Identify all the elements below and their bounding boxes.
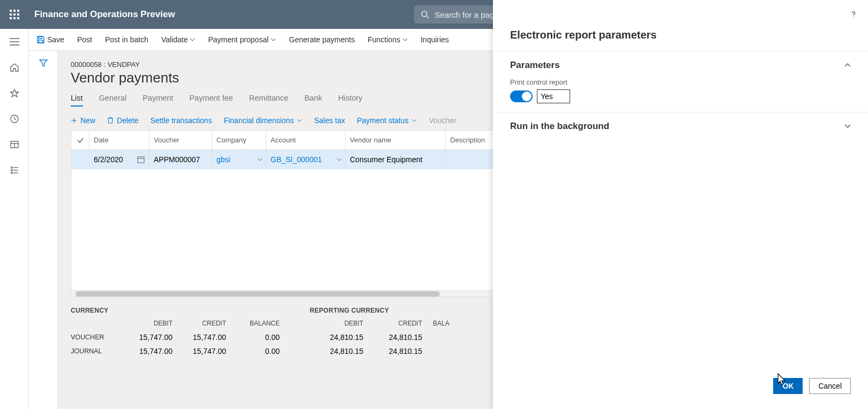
svg-line-1	[426, 16, 429, 18]
svg-point-22	[853, 17, 854, 17]
section-background-header[interactable]: Run in the background	[510, 121, 851, 132]
th-r-credit: CREDIT	[369, 320, 428, 327]
post-button[interactable]: Post	[77, 35, 92, 44]
search-icon	[421, 10, 429, 19]
reporting-title: REPORTING CURRENCY	[310, 307, 465, 314]
help-icon[interactable]	[849, 10, 858, 19]
modules-icon[interactable]	[8, 164, 21, 177]
validate-label: Validate	[161, 35, 188, 44]
cell-date-value: 6/2/2020	[94, 155, 123, 164]
settle-button[interactable]: Settle transactions	[150, 116, 212, 125]
trash-icon	[107, 117, 114, 124]
favorites-icon[interactable]	[8, 87, 21, 100]
print-control-value[interactable]: Yes	[537, 89, 570, 103]
cell-voucher[interactable]: APPM000007	[149, 150, 212, 169]
delete-button[interactable]: Delete	[107, 116, 138, 125]
inquiries-button[interactable]: Inquiries	[421, 35, 449, 44]
recent-icon[interactable]	[8, 112, 21, 125]
journal-debit: 15,747.00	[124, 347, 178, 355]
generate-payments-button[interactable]: Generate payments	[289, 35, 355, 44]
currency-title: CURRENCY	[71, 307, 285, 314]
menu-icon[interactable]	[8, 35, 21, 48]
chevron-down-icon	[257, 158, 263, 161]
tab-history[interactable]: History	[338, 94, 362, 107]
functions-label: Functions	[368, 35, 400, 44]
tab-general[interactable]: General	[99, 94, 127, 107]
r-voucher-credit: 24,810.15	[369, 333, 428, 342]
section-background-title: Run in the background	[510, 121, 609, 132]
post-batch-button[interactable]: Post in batch	[105, 35, 148, 44]
print-control-label: Print control report	[510, 78, 851, 86]
th-credit: CREDIT	[178, 320, 231, 327]
header-account[interactable]: Account	[266, 131, 346, 149]
chevron-up-icon	[844, 63, 851, 67]
journal-balance: 0.00	[231, 347, 285, 355]
tab-remittance[interactable]: Remittance	[249, 94, 288, 107]
voucher-credit: 15,747.00	[178, 333, 231, 342]
cell-account[interactable]: GB_SI_000001	[266, 150, 346, 169]
tab-payment[interactable]: Payment	[143, 94, 173, 107]
row-voucher-label: VOUCHER	[71, 334, 124, 341]
payment-status-label: Payment status	[357, 116, 409, 125]
svg-point-11	[11, 170, 12, 171]
section-parameters-title: Parameters	[510, 60, 560, 71]
section-parameters-header[interactable]: Parameters	[510, 60, 851, 71]
header-select-all[interactable]	[71, 131, 89, 149]
app-launcher[interactable]	[0, 0, 29, 29]
svg-point-9	[11, 167, 12, 169]
voucher-debit: 15,747.00	[124, 333, 178, 342]
row-journal-label: JOURNAL	[71, 347, 124, 355]
header-date[interactable]: Date	[89, 131, 149, 149]
home-icon[interactable]	[8, 61, 21, 74]
cell-company[interactable]: gbsi	[212, 150, 266, 169]
r-journal-debit: 24,810.15	[310, 347, 369, 355]
section-background: Run in the background	[493, 112, 868, 140]
cell-company-value: gbsi	[216, 155, 230, 164]
new-label: New	[80, 116, 95, 125]
chevron-down-icon	[411, 119, 417, 122]
tab-list[interactable]: List	[71, 94, 83, 107]
cell-date[interactable]: 6/2/2020	[89, 150, 149, 169]
header-company[interactable]: Company	[212, 131, 266, 149]
section-parameters: Parameters Print control report Yes	[493, 51, 868, 112]
journal-credit: 15,747.00	[178, 347, 231, 355]
sales-tax-button[interactable]: Sales tax	[314, 116, 345, 125]
voucher-button[interactable]: Voucher	[429, 116, 456, 125]
fin-dim-button[interactable]: Financial dimensions	[224, 116, 303, 125]
print-control-toggle[interactable]	[510, 90, 533, 102]
ok-button[interactable]: OK	[773, 378, 803, 394]
tab-payment-fee[interactable]: Payment fee	[189, 94, 233, 107]
chevron-down-icon	[190, 38, 195, 41]
svg-rect-19	[138, 157, 144, 163]
payment-status-button[interactable]: Payment status	[357, 116, 417, 125]
cell-account-value: GB_SI_000001	[271, 155, 322, 164]
svg-rect-16	[39, 40, 43, 43]
new-button[interactable]: New	[71, 116, 95, 125]
scrollbar-thumb[interactable]	[76, 291, 440, 297]
cancel-button[interactable]: Cancel	[809, 378, 851, 394]
validate-button[interactable]: Validate	[161, 35, 196, 44]
voucher-balance: 0.00	[231, 333, 285, 342]
panel-title: Electronic report parameters	[493, 29, 868, 51]
panel-electronic-report-parameters: Electronic report parameters Parameters …	[493, 0, 868, 409]
chevron-down-icon	[336, 158, 342, 161]
check-icon	[77, 137, 84, 144]
cell-vendor[interactable]: Consumer Equipment	[346, 150, 446, 169]
payment-proposal-button[interactable]: Payment proposal	[208, 35, 276, 44]
filter-column[interactable]	[29, 51, 58, 409]
save-button[interactable]: Save	[36, 35, 64, 44]
plus-icon	[71, 117, 77, 124]
row-select[interactable]	[71, 150, 89, 169]
header-vendor[interactable]: Vendor name	[346, 131, 446, 149]
chevron-down-icon	[402, 38, 408, 41]
left-rail	[0, 29, 29, 409]
search-placeholder: Search for a page	[435, 10, 498, 19]
fin-dim-label: Financial dimensions	[224, 116, 294, 125]
tab-bank[interactable]: Bank	[304, 94, 322, 107]
header-voucher[interactable]: Voucher	[149, 131, 212, 149]
svg-point-0	[422, 11, 427, 17]
calendar-icon	[137, 156, 145, 163]
filter-icon	[39, 58, 48, 68]
functions-button[interactable]: Functions	[368, 35, 408, 44]
workspaces-icon[interactable]	[8, 138, 21, 151]
